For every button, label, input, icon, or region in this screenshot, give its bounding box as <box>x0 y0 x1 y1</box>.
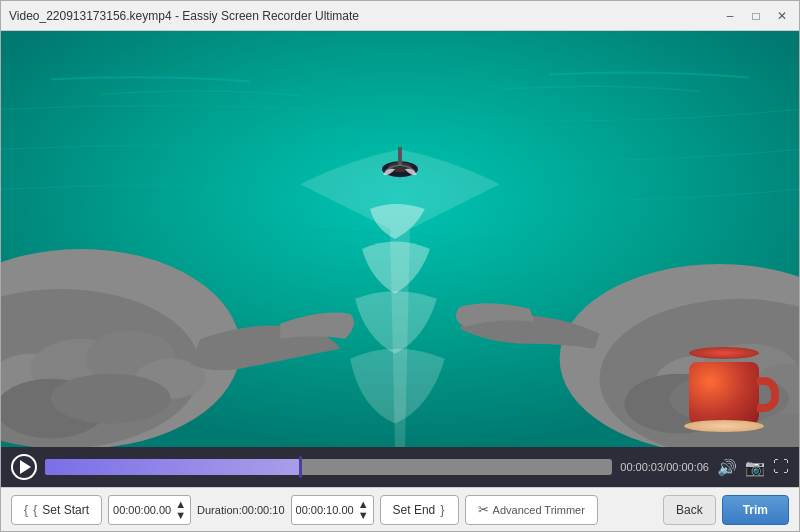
timeline-thumb <box>299 456 302 478</box>
end-time-up[interactable]: ▲ <box>358 499 369 510</box>
back-label: Back <box>676 503 703 517</box>
timeline-fill <box>45 459 300 475</box>
set-start-label: Set Start <box>42 503 89 517</box>
mug-handle <box>757 377 779 412</box>
start-time-value: 00:00:00.00 <box>113 504 171 516</box>
minimize-button[interactable]: – <box>721 7 739 25</box>
set-start-bracket: { <box>33 502 37 517</box>
timeline[interactable] <box>45 459 612 475</box>
play-icon <box>20 460 31 474</box>
end-time-down[interactable]: ▼ <box>358 510 369 521</box>
end-time-input[interactable]: 00:00:10.00 ▲ ▼ <box>291 495 374 525</box>
camera-icon[interactable]: 📷 <box>745 458 765 477</box>
duration-label: Duration:00:00:10 <box>197 504 284 516</box>
mug-overlay <box>689 347 779 427</box>
advanced-label: Advanced Trimmer <box>493 504 585 516</box>
start-time-up[interactable]: ▲ <box>175 499 186 510</box>
maximize-button[interactable]: □ <box>747 7 765 25</box>
set-end-bracket: } <box>440 502 444 517</box>
start-time-arrows[interactable]: ▲ ▼ <box>175 499 186 521</box>
trim-button[interactable]: Trim <box>722 495 789 525</box>
mug-plate <box>684 420 764 432</box>
video-frame <box>1 31 799 447</box>
start-time-down[interactable]: ▼ <box>175 510 186 521</box>
end-time-value: 00:00:10.00 <box>296 504 354 516</box>
end-time-arrows[interactable]: ▲ ▼ <box>358 499 369 521</box>
controls-bar: 00:00:03/00:00:06 🔊 📷 ⛶ <box>1 447 799 487</box>
fullscreen-icon[interactable]: ⛶ <box>773 458 789 476</box>
window-title: Video_220913173156.keymp4 - Eassiy Scree… <box>9 9 721 23</box>
time-total: 00:00:06 <box>666 461 709 473</box>
video-content <box>1 31 799 447</box>
back-button[interactable]: Back <box>663 495 716 525</box>
window-controls: – □ ✕ <box>721 7 791 25</box>
title-bar: Video_220913173156.keymp4 - Eassiy Scree… <box>1 1 799 31</box>
svg-point-8 <box>51 374 171 424</box>
play-button[interactable] <box>11 454 37 480</box>
set-end-button[interactable]: Set End } <box>380 495 459 525</box>
set-end-label: Set End <box>393 503 436 517</box>
set-start-button[interactable]: { Set Start <box>11 495 102 525</box>
svg-rect-18 <box>398 147 402 165</box>
trim-label: Trim <box>743 503 768 517</box>
close-button[interactable]: ✕ <box>773 7 791 25</box>
time-current: 00:00:03 <box>620 461 663 473</box>
volume-icon[interactable]: 🔊 <box>717 458 737 477</box>
scissors-icon: ✂ <box>478 502 489 517</box>
mug-body <box>689 362 759 427</box>
mug-rim <box>689 347 759 359</box>
start-time-input[interactable]: 00:00:00.00 ▲ ▼ <box>108 495 191 525</box>
video-area <box>1 31 799 447</box>
time-display: 00:00:03/00:00:06 <box>620 461 709 473</box>
app-window: Video_220913173156.keymp4 - Eassiy Scree… <box>0 0 800 532</box>
advanced-trimmer-button[interactable]: ✂ Advanced Trimmer <box>465 495 598 525</box>
bottom-toolbar: { Set Start 00:00:00.00 ▲ ▼ Duration:00:… <box>1 487 799 531</box>
